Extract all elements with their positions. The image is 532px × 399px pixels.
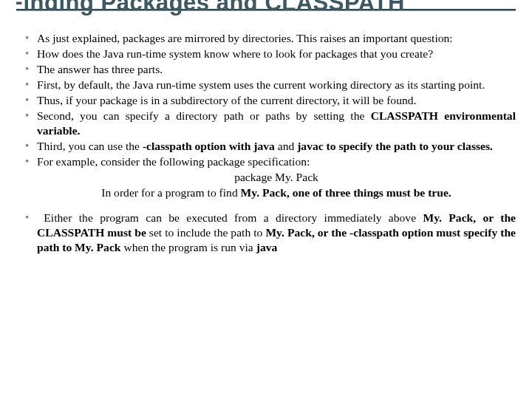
bullet-item: Either the program can be executed from …	[28, 211, 516, 255]
bullet-list-2: Either the program can be executed from …	[16, 211, 516, 255]
bullet-text: For example, consider the following pack…	[37, 155, 310, 168]
bullet-item: How does the Java run-time system know w…	[28, 47, 516, 61]
bullet-list: As just explained, packages are mirrored…	[16, 31, 516, 200]
bullet-item: Second, you can specify a directory path…	[28, 109, 516, 138]
bullet-item: As just explained, packages are mirrored…	[28, 31, 516, 46]
example-code-line: package My. Pack	[37, 170, 516, 185]
bullet-item: The answer has three parts.	[28, 62, 516, 77]
bullet-item: First, by default, the Java run-time sys…	[28, 78, 516, 92]
bullet-item: Thus, if your package is in a subdirecto…	[28, 93, 516, 108]
bullet-item: Third, you can use the -classpath option…	[28, 139, 516, 154]
slide-title: Finding Packages and CLASSPATH	[16, 0, 405, 18]
bullet-item: For example, consider the following pack…	[28, 154, 516, 200]
spacer	[16, 200, 516, 211]
title-area: Finding Packages and CLASSPATH	[16, 0, 516, 27]
example-followup: In order for a program to find My. Pack,…	[37, 185, 516, 200]
